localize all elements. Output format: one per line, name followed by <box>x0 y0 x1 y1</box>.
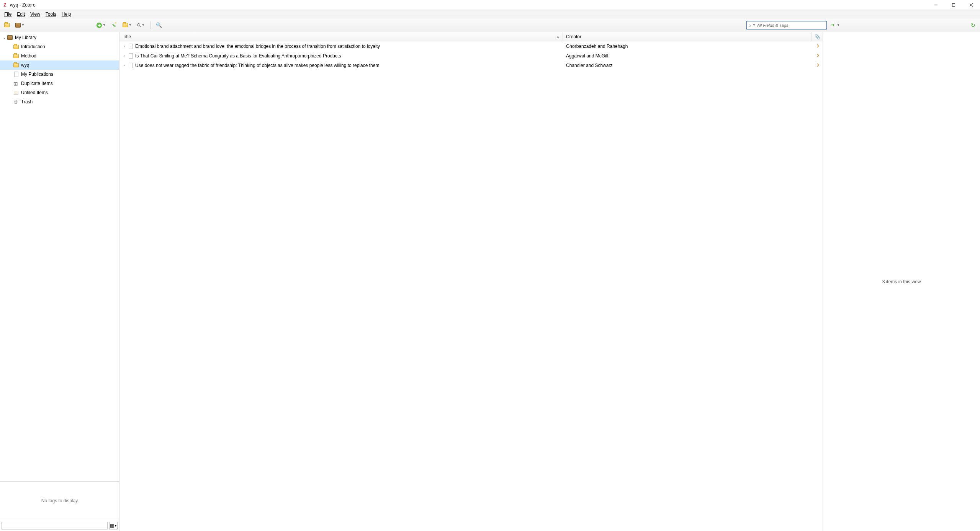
item-creator: Aggarwal and McGill <box>563 53 812 59</box>
grid-icon: ▦ <box>110 523 114 528</box>
twisty-icon[interactable]: › <box>123 44 126 48</box>
chevron-down-icon[interactable]: ▼ <box>753 23 756 27</box>
tag-filter-input[interactable] <box>2 522 108 529</box>
tree-item-method[interactable]: Method <box>0 51 119 60</box>
sync-button[interactable]: ↻ <box>969 21 978 30</box>
collections-tree: ⌄ My Library Introduction Method wyq <box>0 32 119 481</box>
toolbar: ▼ ▼ ▼ ⚲▼ 🔍 ⌕ ▼ ▼ ↻ <box>0 18 980 32</box>
minimize-button[interactable] <box>927 0 945 10</box>
locate-button[interactable]: ▼ <box>829 21 841 30</box>
sidebar: ⌄ My Library Introduction Method wyq <box>0 32 119 531</box>
zotero-icon: Z <box>2 2 8 8</box>
tag-selector-options-button[interactable]: ▦▼ <box>109 522 118 529</box>
tree-item-unfiled[interactable]: Unfiled Items <box>0 88 119 97</box>
twisty-icon[interactable]: ⌄ <box>2 36 7 39</box>
advanced-search-button[interactable]: 🔍 <box>154 21 164 30</box>
svg-rect-1 <box>952 3 955 6</box>
main: ⌄ My Library Introduction Method wyq <box>0 32 980 531</box>
search-box[interactable]: ⌕ ▼ <box>746 21 827 29</box>
library-icon <box>7 35 13 40</box>
menu-edit[interactable]: Edit <box>14 11 28 18</box>
titlebar: Z wyq - Zotero <box>0 0 980 10</box>
search-icon: ⌕ <box>748 23 751 28</box>
attachment-indicator-icon <box>815 54 819 58</box>
search-input[interactable] <box>757 23 825 28</box>
tree-item-my-publications[interactable]: My Publications <box>0 70 119 79</box>
tree-item-duplicate[interactable]: Duplicate Items <box>0 79 119 88</box>
tags-pane: No tags to display ▦▼ <box>0 481 119 531</box>
add-by-identifier-button[interactable] <box>110 21 119 30</box>
menu-file[interactable]: File <box>2 11 14 18</box>
tree-label: Method <box>21 53 36 59</box>
folder-icon <box>4 23 10 27</box>
attachment-indicator-icon <box>815 63 819 67</box>
box-icon <box>14 91 18 95</box>
column-headers: Title ▲ Creator 📎 <box>119 32 823 41</box>
item-row[interactable]: › Is That Car Smiling at Me? Schema Cong… <box>119 51 823 60</box>
sync-icon: ↻ <box>971 22 975 28</box>
item-title: Use does not wear ragged the fabric of f… <box>135 63 379 68</box>
new-item-button[interactable]: ▼ <box>95 21 107 30</box>
tree-item-introduction[interactable]: Introduction <box>0 42 119 51</box>
tree-my-library[interactable]: ⌄ My Library <box>0 33 119 42</box>
chevron-down-icon: ▼ <box>129 23 132 27</box>
new-library-button[interactable]: ▼ <box>14 21 26 30</box>
item-creator: Ghorbanzadeh and Rahehagh <box>563 44 812 49</box>
item-row[interactable]: › Emotional brand attachment and brand l… <box>119 41 823 51</box>
column-label: Title <box>123 34 131 39</box>
tree-label: wyq <box>21 62 29 68</box>
tree-item-wyq[interactable]: wyq <box>0 60 119 70</box>
sort-ascending-icon: ▲ <box>556 35 560 38</box>
item-count-status: 3 items in this view <box>882 279 921 284</box>
trash-icon: 🗑 <box>14 99 18 105</box>
note-icon <box>123 23 128 27</box>
plus-icon <box>97 23 102 28</box>
chevron-down-icon: ▼ <box>837 23 840 27</box>
item-list: Title ▲ Creator 📎 › Emotional brand atta… <box>119 32 823 531</box>
wand-icon <box>111 23 117 28</box>
paperclip-icon: 📎 <box>815 34 820 39</box>
chevron-down-icon: ▼ <box>103 23 106 27</box>
tree-label: My Publications <box>21 72 53 77</box>
add-attachment-button[interactable]: ⚲▼ <box>136 21 146 30</box>
document-icon <box>14 72 18 77</box>
close-button[interactable] <box>962 0 980 10</box>
chevron-down-icon: ▼ <box>21 23 25 27</box>
item-rows: › Emotional brand attachment and brand l… <box>119 41 823 531</box>
item-title: Is That Car Smiling at Me? Schema Congru… <box>135 53 341 59</box>
chevron-down-icon: ▼ <box>115 524 117 527</box>
document-icon <box>129 44 133 49</box>
menu-view[interactable]: View <box>28 11 43 18</box>
twisty-icon[interactable]: › <box>123 54 126 58</box>
column-creator[interactable]: Creator <box>563 32 812 41</box>
window-title: wyq - Zotero <box>10 2 36 8</box>
maximize-button[interactable] <box>945 0 962 10</box>
document-icon <box>129 63 133 68</box>
menubar: File Edit View Tools Help <box>0 10 980 18</box>
document-icon <box>129 53 133 59</box>
tree-label: Introduction <box>21 44 45 49</box>
menu-help[interactable]: Help <box>59 11 74 18</box>
column-label: Creator <box>566 34 581 39</box>
twisty-icon[interactable]: › <box>123 64 126 67</box>
arrow-icon <box>831 23 836 28</box>
tags-empty-message: No tags to display <box>0 482 119 520</box>
folder-icon <box>13 63 19 67</box>
library-icon <box>15 23 21 28</box>
column-attachment[interactable]: 📎 <box>812 32 823 41</box>
attachment-indicator-icon <box>815 44 819 48</box>
tree-item-trash[interactable]: 🗑 Trash <box>0 97 119 106</box>
item-details-pane: 3 items in this view <box>823 32 980 531</box>
item-creator: Chandler and Schwarz <box>563 63 812 68</box>
tree-label: Duplicate Items <box>21 81 53 86</box>
new-note-button[interactable]: ▼ <box>121 21 133 30</box>
column-title[interactable]: Title ▲ <box>119 32 563 41</box>
menu-tools[interactable]: Tools <box>43 11 59 18</box>
item-title: Emotional brand attachment and brand lov… <box>135 44 380 49</box>
item-row[interactable]: › Use does not wear ragged the fabric of… <box>119 60 823 70</box>
tree-label: Unfiled Items <box>21 90 48 95</box>
new-collection-button[interactable] <box>2 21 11 30</box>
folder-icon <box>13 45 19 49</box>
toolbar-divider <box>150 21 151 29</box>
search-icon: 🔍 <box>156 22 162 28</box>
